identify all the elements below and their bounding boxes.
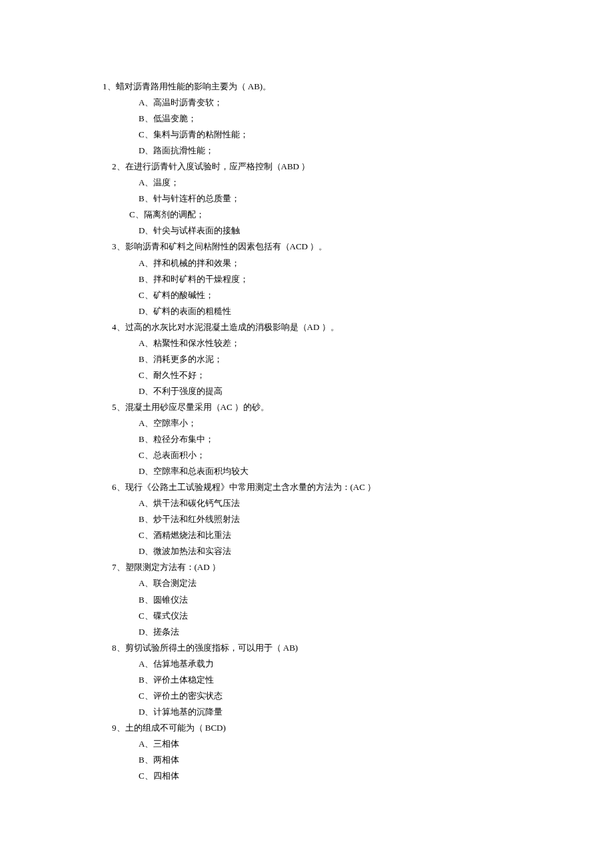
option-a: A、温度； <box>139 175 613 191</box>
question-text: 1、蜡对沥青路用性能的影响主要为（ AB)。 <box>103 79 613 95</box>
option-b: B、炒干法和红外线照射法 <box>139 511 613 527</box>
question-5: 5、混凝土用砂应尽量采用（AC ）的砂。A、空隙率小；B、粒径分布集中；C、总表… <box>103 399 613 479</box>
option-a: A、粘聚性和保水性较差； <box>139 335 613 351</box>
question-options: A、空隙率小；B、粒径分布集中；C、总表面积小；D、空隙率和总表面积均较大 <box>103 415 613 479</box>
option-b: B、圆锥仪法 <box>139 592 613 608</box>
question-8: 8、剪切试验所得土的强度指标，可以用于（ AB)A、估算地基承载力B、评价土体稳… <box>103 640 613 720</box>
question-text: 8、剪切试验所得土的强度指标，可以用于（ AB) <box>103 640 613 656</box>
option-d: D、空隙率和总表面积均较大 <box>139 463 613 479</box>
question-text: 2、在进行沥青针入度试验时，应严格控制（ABD ） <box>103 159 613 175</box>
option-a: A、烘干法和碳化钙气压法 <box>139 495 613 511</box>
question-9: 9、土的组成不可能为（ BCD)A、三相体B、两相体C、四相体 <box>103 720 613 784</box>
question-options: A、拌和机械的拌和效果；B、拌和时矿料的干燥程度；C、矿料的酸碱性；D、矿料的表… <box>103 255 613 319</box>
question-text: 5、混凝土用砂应尽量采用（AC ）的砂。 <box>103 399 613 415</box>
option-a: A、三相体 <box>139 736 613 752</box>
option-a: A、拌和机械的拌和效果； <box>139 255 613 271</box>
option-b: B、低温变脆； <box>139 111 613 127</box>
question-7: 7、塑限测定方法有：(AD ）A、联合测定法B、圆锥仪法C、碟式仪法D、搓条法 <box>103 559 613 639</box>
option-b: B、粒径分布集中； <box>139 431 613 447</box>
option-d: D、不利于强度的提高 <box>139 383 613 399</box>
option-c: C、评价土的密实状态 <box>139 688 613 704</box>
question-text: 6、现行《公路土工试验规程》中常用测定土含水量的方法为：(AC ） <box>103 479 613 495</box>
question-options: A、高温时沥青变软；B、低温变脆；C、集料与沥青的粘附性能；D、路面抗滑性能； <box>103 95 613 159</box>
question-text: 4、过高的水灰比对水泥混凝土造成的消极影响是（AD ）。 <box>103 319 613 335</box>
question-4: 4、过高的水灰比对水泥混凝土造成的消极影响是（AD ）。A、粘聚性和保水性较差；… <box>103 319 613 399</box>
option-a: A、空隙率小； <box>139 415 613 431</box>
question-text: 3、影响沥青和矿料之间粘附性的因素包括有（ACD ）。 <box>103 239 613 255</box>
option-c: C、酒精燃烧法和比重法 <box>139 527 613 543</box>
question-3: 3、影响沥青和矿料之间粘附性的因素包括有（ACD ）。A、拌和机械的拌和效果；B… <box>103 239 613 319</box>
option-a: A、高温时沥青变软； <box>139 95 613 111</box>
option-d: D、针尖与试样表面的接触 <box>139 223 613 239</box>
option-c: C、隔离剂的调配； <box>129 207 613 223</box>
option-d: D、矿料的表面的粗糙性 <box>139 303 613 319</box>
question-text: 9、土的组成不可能为（ BCD) <box>103 720 613 736</box>
question-text: 7、塑限测定方法有：(AD ） <box>103 559 613 575</box>
option-c: C、总表面积小； <box>139 447 613 463</box>
option-c: C、耐久性不好； <box>139 367 613 383</box>
question-options: A、三相体B、两相体C、四相体 <box>103 736 613 784</box>
question-options: A、估算地基承载力B、评价土体稳定性C、评价土的密实状态D、计算地基的沉降量 <box>103 656 613 720</box>
option-b: B、两相体 <box>139 752 613 768</box>
option-d: D、计算地基的沉降量 <box>139 704 613 720</box>
option-b: B、针与针连杆的总质量； <box>139 191 613 207</box>
question-2: 2、在进行沥青针入度试验时，应严格控制（ABD ）A、温度；B、针与针连杆的总质… <box>103 159 613 239</box>
option-d: D、路面抗滑性能； <box>139 143 613 159</box>
question-6: 6、现行《公路土工试验规程》中常用测定土含水量的方法为：(AC ）A、烘干法和碳… <box>103 479 613 559</box>
option-c: C、集料与沥青的粘附性能； <box>139 127 613 143</box>
option-b: B、消耗更多的水泥； <box>139 351 613 367</box>
option-a: A、估算地基承载力 <box>139 656 613 672</box>
option-c: C、矿料的酸碱性； <box>139 287 613 303</box>
option-c: C、四相体 <box>139 768 613 784</box>
option-a: A、联合测定法 <box>139 575 613 591</box>
option-d: D、微波加热法和实容法 <box>139 543 613 559</box>
option-c: C、碟式仪法 <box>139 608 613 624</box>
question-options: A、粘聚性和保水性较差；B、消耗更多的水泥；C、耐久性不好；D、不利于强度的提高 <box>103 335 613 399</box>
question-1: 1、蜡对沥青路用性能的影响主要为（ AB)。A、高温时沥青变软；B、低温变脆；C… <box>103 79 613 159</box>
option-d: D、搓条法 <box>139 624 613 640</box>
option-b: B、拌和时矿料的干燥程度； <box>139 271 613 287</box>
question-options: A、烘干法和碳化钙气压法B、炒干法和红外线照射法C、酒精燃烧法和比重法D、微波加… <box>103 495 613 559</box>
question-options: A、联合测定法B、圆锥仪法C、碟式仪法D、搓条法 <box>103 575 613 639</box>
document-content: 1、蜡对沥青路用性能的影响主要为（ AB)。A、高温时沥青变软；B、低温变脆；C… <box>103 79 613 784</box>
option-b: B、评价土体稳定性 <box>139 672 613 688</box>
question-options: A、温度；B、针与针连杆的总质量；C、隔离剂的调配；D、针尖与试样表面的接触 <box>103 175 613 239</box>
